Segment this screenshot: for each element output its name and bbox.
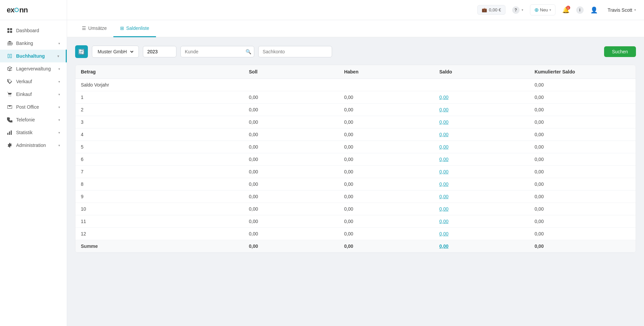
- sidebar-item-statistik[interactable]: Statistik ▾: [0, 126, 67, 139]
- sachkonto-input[interactable]: [258, 46, 332, 57]
- sidebar-item-label: Administration: [16, 143, 55, 148]
- kumulierter-saldo-cell: 0,00: [529, 116, 636, 128]
- notifications-button[interactable]: 🔔 1: [562, 6, 570, 14]
- tab-label: Saldenliste: [126, 25, 149, 31]
- company-select-wrapper[interactable]: Muster GmbH: [92, 46, 139, 58]
- topbar: 💼 0,00 € ? ▾ ⊕ Neu ▾ 🔔 1 i 👤 Travis Scot…: [67, 0, 644, 20]
- soll-cell: 0,00: [244, 178, 339, 191]
- sidebar-item-administration[interactable]: Administration ▾: [0, 139, 67, 152]
- tab-label: Umsätze: [88, 25, 107, 31]
- chevron-down-icon: ▾: [58, 80, 60, 84]
- mail-icon: [7, 104, 13, 110]
- saldo-link[interactable]: 0,00: [434, 240, 529, 253]
- sidebar-item-label: Banking: [16, 41, 55, 46]
- tab-umsatze[interactable]: ☰Umsätze: [75, 20, 113, 37]
- kunde-field[interactable]: 🔍: [180, 46, 254, 57]
- haben-cell: [339, 79, 434, 91]
- book-icon: [7, 53, 13, 59]
- saldo-link[interactable]: 0,00: [434, 141, 529, 153]
- bank-icon: [7, 40, 13, 46]
- suchen-button[interactable]: Suchen: [604, 46, 636, 57]
- list-icon: ☰: [82, 25, 86, 31]
- kumulierter-saldo-cell: 0,00: [529, 240, 636, 253]
- sidebar-item-label: Buchhaltung: [16, 53, 54, 59]
- sidebar-item-label: Lagerverwaltung: [16, 66, 55, 71]
- sidebar-item-verkauf[interactable]: Verkauf ▾: [0, 75, 67, 88]
- cart-icon: [7, 91, 13, 97]
- saldo-link[interactable]: 0,00: [434, 178, 529, 191]
- svg-rect-0: [7, 28, 9, 30]
- wallet-amount: 0,00 €: [489, 7, 501, 12]
- table-row: 2 0,00 0,00 0,00 0,00: [75, 104, 636, 116]
- new-chevron: ▾: [549, 8, 551, 12]
- haben-cell: 0,00: [339, 153, 434, 166]
- table-container: Betrag Soll Haben Saldo Kumulierter Sald…: [75, 65, 636, 253]
- tab-saldenliste[interactable]: ⊞Saldenliste: [113, 20, 156, 37]
- new-button[interactable]: ⊕ Neu ▾: [530, 4, 555, 15]
- table-body: Saldo Vorjahr 0,00 1 0,00 0,00 0,00 0,00…: [75, 79, 636, 253]
- table-row: Summe 0,00 0,00 0,00 0,00: [75, 240, 636, 253]
- company-select[interactable]: Muster GmbH: [96, 49, 135, 55]
- settings-icon: [7, 142, 13, 148]
- user-menu[interactable]: Travis Scott ▾: [608, 7, 636, 13]
- betrag-cell: Saldo Vorjahr: [75, 79, 244, 91]
- sidebar-item-lagerverwaltung[interactable]: Lagerverwaltung ▾: [0, 62, 67, 75]
- sidebar-item-buchhaltung[interactable]: Buchhaltung ▾: [0, 50, 67, 62]
- saldo-link[interactable]: 0,00: [434, 191, 529, 203]
- sidebar-item-banking[interactable]: Banking ▾: [0, 37, 67, 50]
- user-search-button[interactable]: 👤: [590, 6, 598, 14]
- saldo-link[interactable]: 0,00: [434, 104, 529, 116]
- table-header: Betrag Soll Haben Saldo Kumulierter Sald…: [75, 65, 636, 79]
- soll-cell: 0,00: [244, 104, 339, 116]
- kumulierter-saldo-cell: 0,00: [529, 166, 636, 178]
- haben-cell: 0,00: [339, 116, 434, 128]
- col-kumulierter-saldo: Kumulierter Saldo: [529, 65, 636, 79]
- kumulierter-saldo-cell: 0,00: [529, 141, 636, 153]
- soll-cell: 0,00: [244, 240, 339, 253]
- kumulierter-saldo-cell: 0,00: [529, 178, 636, 191]
- saldo-link[interactable]: 0,00: [434, 228, 529, 240]
- soll-cell: 0,00: [244, 228, 339, 240]
- chevron-down-icon: ▾: [58, 144, 60, 147]
- kumulierter-saldo-cell: 0,00: [529, 228, 636, 240]
- wallet-balance[interactable]: 💼 0,00 €: [477, 5, 505, 15]
- sidebar-item-telefonie[interactable]: Telefonie ▾: [0, 113, 67, 126]
- kumulierter-saldo-cell: 0,00: [529, 79, 636, 91]
- saldo-link[interactable]: 0,00: [434, 128, 529, 141]
- sidebar-item-dashboard[interactable]: Dashboard: [0, 24, 67, 37]
- saldo-link[interactable]: 0,00: [434, 91, 529, 104]
- search-row: 🔄 Muster GmbH 🔍 Suchen: [75, 45, 636, 58]
- saldo-link[interactable]: 0,00: [434, 153, 529, 166]
- soll-cell: 0,00: [244, 153, 339, 166]
- betrag-cell: 9: [75, 191, 244, 203]
- saldenliste-table: Betrag Soll Haben Saldo Kumulierter Sald…: [75, 65, 636, 253]
- table-row: 10 0,00 0,00 0,00 0,00: [75, 203, 636, 215]
- col-betrag: Betrag: [75, 65, 244, 79]
- main-area: 💼 0,00 € ? ▾ ⊕ Neu ▾ 🔔 1 i 👤 Travis Scot…: [67, 0, 644, 326]
- betrag-cell: 2: [75, 104, 244, 116]
- sidebar-item-label: Post Office: [16, 104, 55, 110]
- sidebar-item-einkauf[interactable]: Einkauf ▾: [0, 88, 67, 101]
- kumulierter-saldo-cell: 0,00: [529, 128, 636, 141]
- page-content: 🔄 Muster GmbH 🔍 Suchen: [67, 37, 644, 326]
- chevron-down-icon: ▾: [57, 54, 59, 58]
- kunde-input[interactable]: [185, 49, 244, 54]
- table-row: 8 0,00 0,00 0,00 0,00: [75, 178, 636, 191]
- soll-cell: [244, 79, 339, 91]
- saldo-link[interactable]: 0,00: [434, 116, 529, 128]
- saldo-link[interactable]: 0,00: [434, 215, 529, 228]
- sidebar-item-postoffice[interactable]: Post Office ▾: [0, 101, 67, 113]
- info-button[interactable]: i: [576, 6, 584, 14]
- refresh-button[interactable]: 🔄: [75, 45, 88, 58]
- betrag-cell: 11: [75, 215, 244, 228]
- new-label: Neu: [540, 7, 548, 12]
- logo-area: exnn: [0, 0, 67, 20]
- table-row: 1 0,00 0,00 0,00 0,00: [75, 91, 636, 104]
- saldo-link[interactable]: 0,00: [434, 203, 529, 215]
- svg-rect-3: [10, 31, 12, 33]
- notification-badge: 1: [566, 6, 570, 10]
- logo: exnn: [7, 6, 28, 14]
- help-button[interactable]: ? ▾: [512, 6, 523, 14]
- year-input[interactable]: [143, 46, 176, 57]
- saldo-link[interactable]: 0,00: [434, 166, 529, 178]
